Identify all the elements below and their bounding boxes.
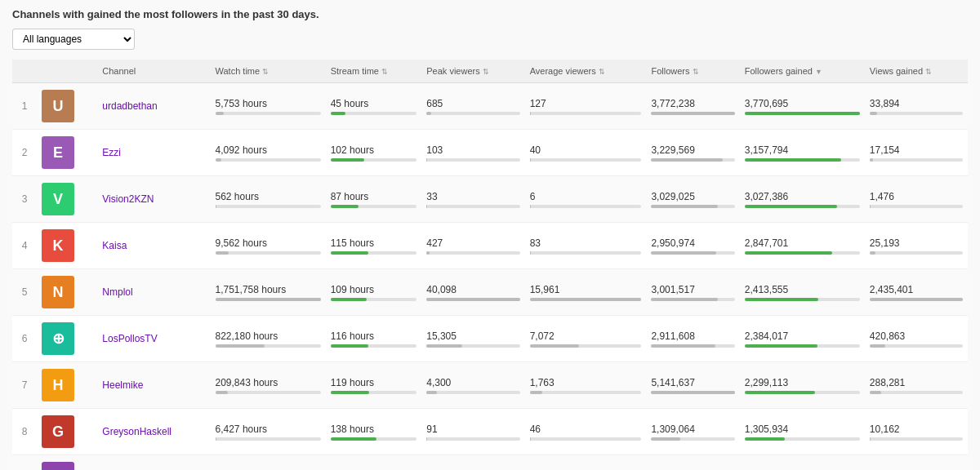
views-gained-cell: 288,281 — [865, 362, 968, 409]
avg-viewers-cell: 40 — [525, 130, 647, 176]
col-header-avg-viewers[interactable]: Average viewers⇅ — [525, 60, 647, 83]
followers-cell: 3,772,238 — [646, 83, 739, 130]
table-header-row: Channel Watch time⇅ Stream time⇅ Peak vi… — [12, 60, 968, 83]
watch-time-cell: 4,092 hours — [211, 130, 326, 176]
channels-table: Channel Watch time⇅ Stream time⇅ Peak vi… — [12, 60, 968, 470]
rank-cell: 3 — [12, 176, 37, 223]
channel-link[interactable]: LosPollosTV — [102, 333, 157, 344]
channel-name-cell[interactable]: GreysonHaskell — [97, 409, 210, 455]
rank-cell: 1 — [12, 83, 37, 130]
channel-link[interactable]: urdadbethan — [102, 100, 157, 112]
followers-gained-cell: 2,413,555 — [740, 269, 865, 316]
stream-time-cell: 102 hours — [326, 130, 422, 176]
avatar-cell: E — [37, 130, 97, 176]
watch-time-cell: 5,753 hours — [211, 83, 326, 130]
rank-cell: 9 — [12, 455, 37, 471]
col-header-channel[interactable]: Channel — [97, 60, 210, 83]
col-header-views-gained[interactable]: Views gained⇅ — [865, 60, 968, 83]
peak-viewers-cell: 33 — [421, 176, 524, 223]
avatar-cell: G — [37, 409, 97, 455]
followers-gained-cell: 3,157,794 — [740, 130, 865, 176]
rank-cell: 6 — [12, 316, 37, 362]
rank-cell: 8 — [12, 409, 37, 455]
avatar-cell: ⊕ — [37, 316, 97, 362]
col-header-watch-time[interactable]: Watch time⇅ — [211, 60, 326, 83]
col-header-followers-gained[interactable]: Followers gained▼ — [740, 60, 865, 83]
channel-link[interactable]: GreysonHaskell — [102, 426, 172, 437]
followers-gained-cell: 2,847,701 — [740, 223, 865, 269]
col-header-rank — [12, 60, 37, 83]
watch-time-cell: 4,355 hours — [211, 455, 326, 471]
peak-viewers-cell: 427 — [421, 223, 524, 269]
channel-name-cell[interactable]: Heelmike — [97, 362, 210, 409]
avg-viewers-cell: 15,961 — [525, 269, 647, 316]
table-row: 1 U urdadbethan 5,753 hours 45 hours 685… — [12, 83, 968, 130]
followers-gained-cell: 3,027,386 — [740, 176, 865, 223]
watch-time-cell: 209,843 hours — [211, 362, 326, 409]
peak-viewers-cell: 685 — [421, 83, 524, 130]
avatar: V — [42, 183, 74, 215]
avg-viewers-cell: 6 — [525, 176, 647, 223]
views-gained-cell: 31,311 — [865, 455, 968, 471]
channel-name-cell[interactable]: Nmplol — [97, 269, 210, 316]
avatar: G — [42, 415, 74, 448]
avatar-cell: V — [37, 176, 97, 223]
avatar-cell: N — [37, 269, 97, 316]
followers-cell: 1,270,263 — [646, 455, 739, 471]
views-gained-cell: 1,476 — [865, 176, 968, 223]
stream-time-cell: 87 hours — [326, 176, 422, 223]
channel-name-cell[interactable]: Vision2KZN — [97, 176, 210, 223]
table-row: 6 ⊕ LosPollosTV 822,180 hours 116 hours … — [12, 316, 968, 362]
followers-cell: 5,141,637 — [646, 362, 739, 409]
rank-cell: 7 — [12, 362, 37, 409]
followers-cell: 1,309,064 — [646, 409, 739, 455]
page-container: Channels with gained the most followers … — [0, 0, 980, 470]
col-header-stream-time[interactable]: Stream time⇅ — [326, 60, 422, 83]
stream-time-cell: 138 hours — [326, 409, 422, 455]
channel-link[interactable]: Ezzi — [102, 147, 121, 158]
views-gained-cell: 33,894 — [865, 83, 968, 130]
channel-link[interactable]: Nmplol — [102, 286, 132, 298]
page-title: Channels with gained the most followers … — [12, 8, 968, 20]
followers-cell: 3,029,025 — [646, 176, 739, 223]
stream-time-cell: 119 hours — [326, 362, 422, 409]
followers-gained-cell: 2,299,113 — [740, 362, 865, 409]
stream-time-cell: 116 hours — [326, 316, 422, 362]
channel-name-cell[interactable]: urdadbethan — [97, 83, 210, 130]
stream-time-cell: 40 hours — [326, 455, 422, 471]
avg-viewers-cell: 46 — [525, 409, 647, 455]
table-row: 8 G GreysonHaskell 6,427 hours 138 hours… — [12, 409, 968, 455]
views-gained-cell: 25,193 — [865, 223, 968, 269]
col-header-peak-viewers[interactable]: Peak viewers⇅ — [421, 60, 524, 83]
avatar-cell: S — [37, 455, 97, 471]
avatar: ⊕ — [42, 322, 74, 355]
watch-time-cell: 1,751,758 hours — [211, 269, 326, 316]
rank-cell: 5 — [12, 269, 37, 316]
col-header-followers[interactable]: Followers⇅ — [646, 60, 739, 83]
stream-time-cell: 109 hours — [326, 269, 422, 316]
followers-cell: 2,911,608 — [646, 316, 739, 362]
peak-viewers-cell: 15,305 — [421, 316, 524, 362]
avatar-cell: H — [37, 362, 97, 409]
channel-name-cell[interactable]: LosPollosTV — [97, 316, 210, 362]
channel-name-cell[interactable]: spacebunzxo — [97, 455, 210, 471]
avatar-cell: K — [37, 223, 97, 269]
table-row: 2 E Ezzi 4,092 hours 102 hours 103 40 — [12, 130, 968, 176]
followers-gained-cell: 3,770,695 — [740, 83, 865, 130]
channel-link[interactable]: Kaisa — [102, 240, 127, 251]
avg-viewers-cell: 127 — [525, 83, 647, 130]
language-filter[interactable]: All languages — [12, 29, 968, 50]
watch-time-cell: 822,180 hours — [211, 316, 326, 362]
channel-link[interactable]: Heelmike — [102, 379, 143, 391]
language-select-dropdown[interactable]: All languages — [12, 29, 135, 50]
peak-viewers-cell: 103 — [421, 130, 524, 176]
avg-viewers-cell: 1,763 — [525, 362, 647, 409]
avatar: S — [42, 462, 74, 470]
channel-link[interactable]: Vision2KZN — [102, 193, 154, 205]
channel-name-cell[interactable]: Ezzi — [97, 130, 210, 176]
views-gained-cell: 10,162 — [865, 409, 968, 455]
watch-time-cell: 6,427 hours — [211, 409, 326, 455]
col-header-avatar — [37, 60, 97, 83]
table-row: 5 N Nmplol 1,751,758 hours 109 hours 40,… — [12, 269, 968, 316]
channel-name-cell[interactable]: Kaisa — [97, 223, 210, 269]
